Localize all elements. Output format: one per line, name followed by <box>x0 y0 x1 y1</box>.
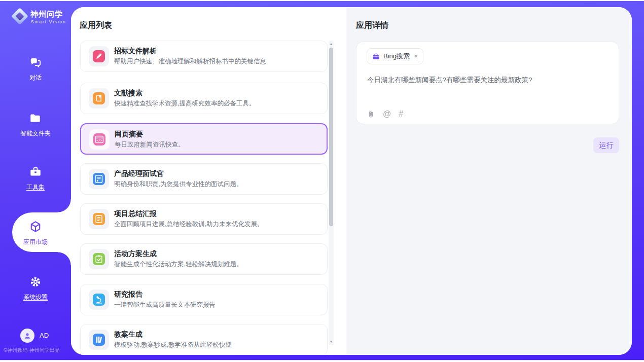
gear-icon <box>29 275 42 288</box>
app-card-project-summary[interactable]: 项目总结汇报 全面回顾项目进展,总结经验教训,助力未来优化发展。 <box>80 203 328 235</box>
app-icon-tile <box>89 330 109 350</box>
active-nav-fillet-top <box>58 199 71 212</box>
sidebar-item-label: 应用市场 <box>0 238 71 246</box>
cube-icon <box>29 220 42 233</box>
main-content: 应用列表 招标文件解析 帮助用户快速、准确地理解和解析招标书中的关键信息 <box>71 7 632 355</box>
code-window-icon: </> <box>93 133 105 146</box>
app-card-title: 文献搜索 <box>114 89 142 98</box>
hash-icon[interactable]: # <box>399 110 403 119</box>
book-icon <box>93 92 105 104</box>
sidebar-item-app-market[interactable]: 应用市场 <box>0 220 71 246</box>
app-icon-tile: </> <box>89 129 110 150</box>
app-list-panel: 应用列表 招标文件解析 帮助用户快速、准确地理解和解析招标书中的关键信息 <box>71 7 346 355</box>
mention-icon[interactable]: @ <box>383 110 391 119</box>
app-detail-title: 应用详情 <box>356 20 388 31</box>
user-initials: AD <box>40 332 49 339</box>
app-icon-tile <box>89 169 109 189</box>
sidebar-item-label: 对话 <box>0 74 71 82</box>
app-card-desc: 明确身份和职责,为您提供专业性的面试问题。 <box>114 180 242 189</box>
app-card-event-plan[interactable]: 活动方案生成 智能生成个性化活动方案,轻松解决规划难题。 <box>80 243 328 275</box>
sidebar-item-label: 系统设置 <box>0 293 71 302</box>
paperclip-icon[interactable] <box>367 110 375 119</box>
app-card-lesson-plan[interactable]: 教案生成 模板驱动,教案秒成,教学准备从此轻松快捷 <box>80 324 328 355</box>
interview-doc-icon <box>93 173 105 185</box>
app-icon-tile <box>89 209 109 229</box>
app-card-web-summary[interactable]: </> 网页摘要 每日政府新闻资讯快查。 <box>80 123 328 155</box>
pen-icon <box>93 50 105 62</box>
app-icon-tile <box>89 46 109 66</box>
app-card-pm-interviewer[interactable]: 产品经理面试官 明确身份和职责,为您提供专业性的面试问题。 <box>80 163 328 195</box>
books-icon <box>93 334 105 346</box>
app-card-desc: 每日政府新闻资讯快查。 <box>115 140 185 149</box>
app-card-desc: 帮助用户快速、准确地理解和解析招标书中的关键信息 <box>114 57 266 66</box>
scrollbar-thumb[interactable] <box>329 48 333 226</box>
sidebar-item-toolset[interactable]: 工具集 <box>0 165 71 192</box>
folder-icon <box>29 112 42 125</box>
app-icon-tile <box>89 249 109 269</box>
close-icon[interactable]: × <box>414 53 418 60</box>
app-detail-panel: 应用详情 Bing搜索 × 今日湖北有哪些新闻要点?有哪些需要关注的最新政 <box>346 7 632 355</box>
sidebar-item-label: 智能文件夹 <box>0 129 71 138</box>
app-card-title: 项目总结汇报 <box>114 209 157 219</box>
svg-text:</>: </> <box>96 138 102 142</box>
avatar <box>20 329 34 343</box>
active-nav-fillet-bottom <box>58 252 71 265</box>
scrollbar-up-arrow[interactable]: ▲ <box>329 41 334 47</box>
query-text[interactable]: 今日湖北有哪些新闻要点?有哪些需要关注的最新政策? <box>367 76 611 85</box>
app-list-title: 应用列表 <box>80 20 112 31</box>
app-icon-tile <box>89 88 109 108</box>
app-card-title: 教案生成 <box>114 330 142 339</box>
user-account[interactable]: AD <box>0 328 71 345</box>
app-card-desc: 全面回顾项目进展,总结经验教训,助力未来优化发展。 <box>114 220 263 229</box>
toolbox-icon <box>29 165 42 178</box>
report-note-icon <box>93 213 105 225</box>
app-card-title: 招标文件解析 <box>114 47 157 56</box>
app-card-literature-search[interactable]: 文献搜索 快速精准查找学术资源,提高研究效率的必备工具。 <box>80 83 328 114</box>
list-scrollbar[interactable]: ▲ ▼ <box>329 41 334 345</box>
app-card-bid-parsing[interactable]: 招标文件解析 帮助用户快速、准确地理解和解析招标书中的关键信息 <box>80 41 328 72</box>
app-card-desc: 智能生成个性化活动方案,轻松解决规划难题。 <box>114 260 242 269</box>
app-window: 神州问学 Smart Vision 对话 智能文件夹 工具集 <box>0 0 644 362</box>
app-card-research-report[interactable]: 研究报告 一键智能生成高质量长文本研究报告 <box>80 284 328 315</box>
window-bottom-edge <box>0 360 644 360</box>
app-card-title: 研究报告 <box>114 290 142 299</box>
person-icon <box>23 331 32 340</box>
tool-chip-bing-search[interactable]: Bing搜索 × <box>367 48 423 64</box>
sidebar-item-settings[interactable]: 系统设置 <box>0 275 71 302</box>
brand-name: 神州问学 <box>30 10 63 19</box>
clipboard-check-icon <box>93 253 105 265</box>
prompt-card: Bing搜索 × 今日湖北有哪些新闻要点?有哪些需要关注的最新政策? @ # <box>356 42 619 124</box>
chat-icon <box>29 56 42 69</box>
app-card-title: 产品经理面试官 <box>114 169 164 178</box>
app-icon-tile <box>89 289 109 310</box>
brand-subtitle: Smart Vision <box>31 19 66 24</box>
run-button[interactable]: 运行 <box>593 137 619 153</box>
scrollbar-down-arrow[interactable]: ▼ <box>329 339 334 345</box>
app-card-desc: 一键智能生成高质量长文本研究报告 <box>114 301 216 309</box>
sidebar-item-chat[interactable]: 对话 <box>0 56 71 82</box>
briefcase-icon <box>372 53 380 60</box>
microscope-icon <box>93 294 105 306</box>
brand-logo-icon <box>12 9 27 24</box>
app-card-desc: 模板驱动,教案秒成,教学准备从此轻松快捷 <box>114 341 232 349</box>
sidebar-item-smart-folder[interactable]: 智能文件夹 <box>0 112 71 138</box>
sidebar-item-label: 工具集 <box>0 183 71 192</box>
app-card-title: 活动方案生成 <box>114 249 157 259</box>
tool-chip-label: Bing搜索 <box>383 52 410 61</box>
copyright-footer: ©神州数码·神州问学出品 <box>4 347 90 354</box>
composer-toolbar: @ # <box>367 110 403 119</box>
app-card-title: 网页摘要 <box>115 130 143 139</box>
app-card-desc: 快速精准查找学术资源,提高研究效率的必备工具。 <box>114 99 255 108</box>
